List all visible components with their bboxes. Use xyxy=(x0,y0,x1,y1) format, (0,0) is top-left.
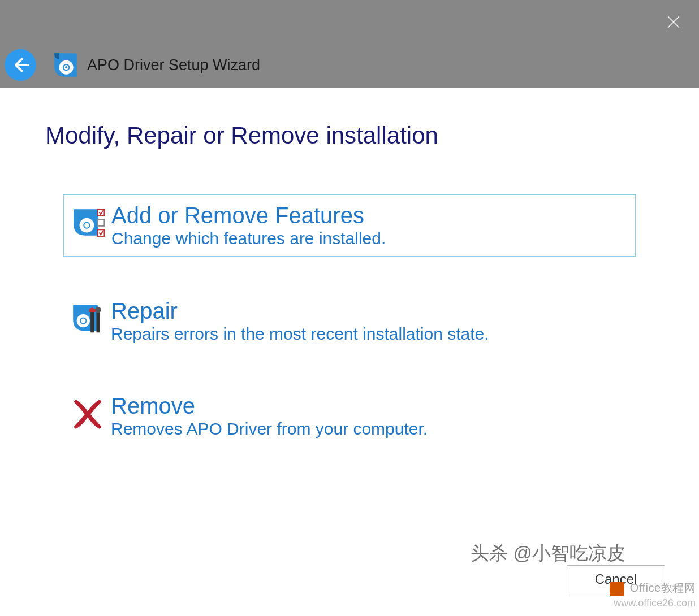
option-title: Remove xyxy=(111,393,629,418)
options-list: Add or Remove Features Change which feat… xyxy=(45,194,654,446)
svg-rect-8 xyxy=(98,219,105,226)
option-remove[interactable]: Remove Removes APO Driver from your comp… xyxy=(63,385,636,446)
page-heading: Modify, Repair or Remove installation xyxy=(45,122,654,149)
watermark-text: 头杀 @小智吃凉皮 xyxy=(471,541,625,566)
option-desc: Change which features are installed. xyxy=(111,229,628,248)
footer: Cancel xyxy=(567,565,665,593)
svg-point-14 xyxy=(96,307,101,313)
app-icon xyxy=(51,51,79,79)
cancel-button[interactable]: Cancel xyxy=(567,565,665,593)
content-area: Modify, Repair or Remove installation Ad… xyxy=(0,88,699,446)
svg-rect-13 xyxy=(97,312,100,332)
header-bar: APO Driver Setup Wizard xyxy=(0,42,699,88)
back-button[interactable] xyxy=(5,49,36,81)
close-icon xyxy=(666,15,681,29)
repair-icon xyxy=(70,302,105,337)
close-button[interactable] xyxy=(665,14,682,31)
option-title: Add or Remove Features xyxy=(111,203,628,228)
svg-point-10 xyxy=(77,314,90,327)
svg-rect-12 xyxy=(90,312,94,332)
option-desc: Removes APO Driver from your computer. xyxy=(111,419,629,439)
option-title: Repair xyxy=(111,298,629,323)
titlebar xyxy=(0,0,699,42)
svg-point-5 xyxy=(80,218,94,233)
option-desc: Repairs errors in the most recent instal… xyxy=(111,324,629,344)
option-add-remove-features[interactable]: Add or Remove Features Change which feat… xyxy=(63,194,636,257)
remove-icon xyxy=(70,397,105,432)
svg-point-4 xyxy=(65,66,67,68)
features-icon xyxy=(71,206,106,241)
option-repair[interactable]: Repair Repairs errors in the most recent… xyxy=(63,290,636,352)
app-title: APO Driver Setup Wizard xyxy=(87,57,260,74)
back-arrow-icon xyxy=(11,56,29,74)
